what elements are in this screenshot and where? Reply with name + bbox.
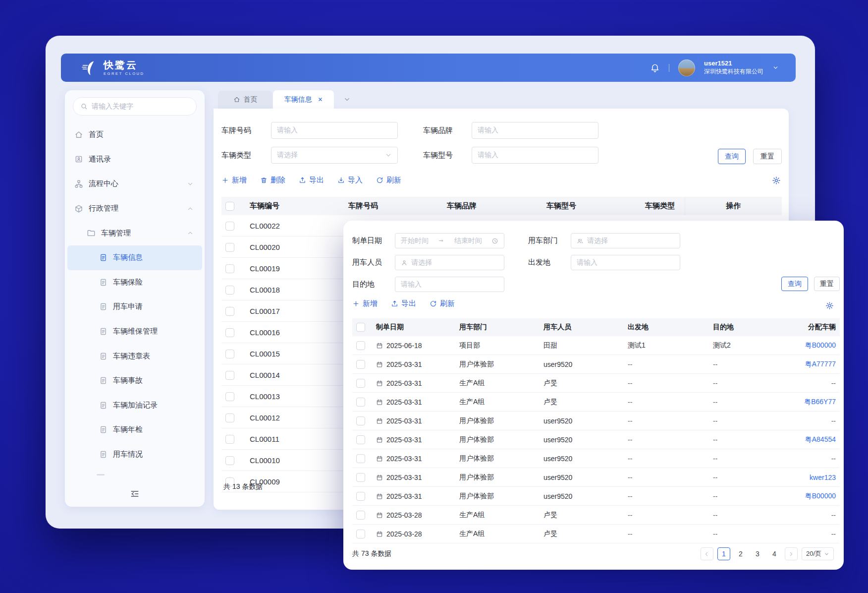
row-checkbox[interactable] (225, 456, 234, 465)
row-checkbox[interactable] (356, 473, 365, 482)
table-row[interactable]: 2025-03-31用户体验部user9520----粤B00000 (352, 487, 840, 506)
table-row[interactable]: 2025-03-31生产A组卢旻------ (352, 374, 840, 393)
user-cell: user9520 (540, 412, 624, 430)
sidebar-item-vehicle-maintenance[interactable]: 车辆维保管理 (65, 319, 205, 344)
row-checkbox[interactable] (225, 328, 234, 337)
row-checkbox[interactable] (356, 435, 365, 444)
sidebar-item-home[interactable]: 首页 (65, 122, 205, 147)
sidebar-collapse-button[interactable] (65, 489, 205, 499)
row-checkbox[interactable] (356, 511, 365, 520)
row-checkbox[interactable] (225, 222, 234, 231)
page-size-select[interactable]: 20/页 (802, 547, 834, 560)
select-all-checkbox[interactable] (225, 202, 234, 211)
page-button[interactable]: 3 (751, 547, 764, 560)
toolbar-add-button[interactable]: 新增 (352, 299, 378, 308)
user-meta[interactable]: user1521 深圳快鹭科技有限公司 (704, 59, 763, 75)
gear-icon[interactable] (825, 301, 834, 310)
toolbar-refresh-button[interactable]: 刷新 (376, 176, 401, 185)
sidebar-item-vehicle-insurance[interactable]: 车辆保险 (65, 270, 205, 295)
vehicle-plate-link[interactable]: 粤B66Y77 (804, 398, 836, 406)
table-row[interactable]: 2025-03-31用户体验部user9520----kwer123 (352, 468, 840, 487)
row-checkbox[interactable] (225, 435, 234, 444)
text-input[interactable]: 请输入 (395, 277, 504, 292)
vehicle-plate-link[interactable]: kwer123 (810, 474, 836, 481)
row-checkbox[interactable] (225, 350, 234, 358)
sidebar-item-vehicle-usage[interactable]: 用车情况 (65, 442, 205, 467)
sidebar-item-vehicle-info[interactable]: 车辆信息 (67, 245, 202, 270)
row-checkbox[interactable] (356, 454, 365, 463)
table-row[interactable]: 2025-03-28生产A组卢旻------ (352, 525, 840, 543)
vehicle-plate-link[interactable]: 粤B00000 (805, 341, 836, 349)
row-checkbox[interactable] (356, 360, 365, 369)
sidebar-search-input[interactable]: 请输入关键字 (73, 97, 197, 116)
bell-icon[interactable] (650, 63, 660, 73)
chevron-down-icon[interactable] (772, 64, 779, 71)
page-button[interactable]: 2 (734, 547, 747, 560)
row-checkbox[interactable] (356, 379, 365, 388)
select-input[interactable]: 请选择 (271, 147, 398, 164)
sidebar-item-flow-center[interactable]: 流程中心 (65, 172, 205, 196)
vehicle-plate-link[interactable]: 粤B00000 (805, 492, 836, 500)
select-input[interactable]: 请选择 (395, 255, 504, 270)
table-row[interactable]: 2025-03-31生产A组卢旻----粤B66Y77 (352, 393, 840, 412)
next-page-button[interactable] (785, 547, 798, 560)
sidebar-item-vehicle-management[interactable]: 车辆管理 (65, 221, 205, 245)
sidebar-item-admin[interactable]: 行政管理 (65, 196, 205, 221)
row-checkbox[interactable] (225, 371, 234, 380)
table-row[interactable]: 2025-03-31用户体验部user9520------ (352, 449, 840, 468)
toolbar-import-button[interactable]: 导入 (337, 176, 363, 185)
table-row[interactable]: 2025-03-31用户体验部user9520------ (352, 412, 840, 430)
row-checkbox[interactable] (225, 243, 234, 252)
page-button[interactable]: 4 (768, 547, 781, 560)
vehicle-plate-link[interactable]: 粤A77777 (805, 360, 836, 368)
table-row[interactable]: 2025-03-31用户体验部user9520----粤A84554 (352, 430, 840, 449)
row-checkbox[interactable] (356, 398, 365, 407)
row-checkbox[interactable] (356, 492, 365, 501)
date-range-input[interactable]: 开始时间结束时间 (395, 233, 504, 248)
table-row[interactable]: 2025-03-28用户体验部user9520----粤B66Y77 (352, 543, 840, 547)
toolbar-delete-button[interactable]: 删除 (260, 176, 285, 185)
close-icon[interactable] (318, 97, 323, 102)
row-checkbox[interactable] (356, 341, 365, 350)
row-checkbox[interactable] (225, 392, 234, 401)
dept-cell: 用户体验部 (455, 430, 540, 449)
prev-page-button[interactable] (701, 547, 713, 560)
avatar[interactable] (678, 59, 695, 76)
sidebar-item-contacts[interactable]: 通讯录 (65, 147, 205, 172)
table-row[interactable]: 2025-03-31用户体验部user9520----粤A77777 (352, 355, 840, 374)
vehicle-reset-button[interactable]: 重置 (753, 149, 782, 164)
tab-home[interactable]: 首页 (218, 91, 272, 109)
tab-vehicle-info[interactable]: 车辆信息 (273, 90, 334, 109)
row-checkbox[interactable] (356, 416, 365, 425)
sidebar-item-vehicle-fuel[interactable]: 车辆加油记录 (65, 393, 205, 418)
sidebar-item-vehicle-violation[interactable]: 车辆违章表 (65, 344, 205, 368)
sidebar-item-vehicle-inspection[interactable]: 车辆年检 (65, 417, 205, 442)
text-input[interactable]: 请输入 (271, 122, 398, 139)
row-checkbox[interactable] (225, 414, 234, 422)
row-checkbox[interactable] (225, 264, 234, 273)
text-input[interactable]: 请输入 (571, 255, 680, 270)
vehicle-query-button[interactable]: 查询 (718, 149, 746, 164)
toolbar-refresh-button[interactable]: 刷新 (430, 299, 455, 308)
usage-reset-button[interactable]: 重置 (814, 277, 840, 291)
row-checkbox[interactable] (356, 530, 365, 538)
usage-query-button[interactable]: 查询 (781, 277, 808, 291)
select-all-checkbox[interactable] (356, 323, 365, 332)
toolbar-export-button[interactable]: 导出 (299, 176, 324, 185)
chevron-down-icon (824, 551, 829, 557)
row-checkbox[interactable] (225, 307, 234, 316)
toolbar-add-button[interactable]: 新增 (221, 176, 247, 185)
sidebar-item-vehicle-apply[interactable]: 用车申请 (65, 295, 205, 319)
table-row[interactable]: 2025-03-28生产A组卢旻------ (352, 506, 840, 525)
page-button[interactable]: 1 (717, 547, 730, 560)
tab-list-chevron-icon[interactable] (343, 96, 351, 103)
select-input[interactable]: 请选择 (571, 233, 680, 248)
gear-icon[interactable] (772, 176, 781, 185)
row-checkbox[interactable] (225, 286, 234, 295)
vehicle-plate-link[interactable]: 粤A84554 (805, 435, 836, 443)
table-row[interactable]: 2025-06-18项目部田甜测试1测试2粤B00000 (352, 336, 840, 355)
sidebar-item-vehicle-accident[interactable]: 车辆事故 (65, 368, 205, 393)
toolbar-export-button[interactable]: 导出 (391, 299, 416, 308)
text-input[interactable]: 请输入 (472, 147, 598, 164)
text-input[interactable]: 请输入 (472, 122, 598, 139)
